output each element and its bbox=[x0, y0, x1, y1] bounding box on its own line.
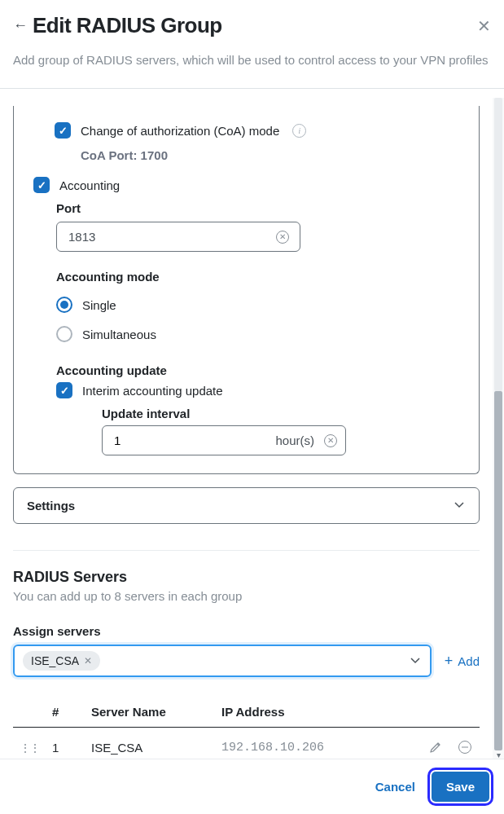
accounting-mode-group: Single Simultaneous bbox=[56, 290, 459, 349]
radius-servers-section: RADIUS Servers You can add up to 8 serve… bbox=[13, 569, 480, 759]
edit-icon[interactable] bbox=[427, 739, 444, 755]
accounting-mode-label: Accounting mode bbox=[56, 270, 459, 284]
section-divider bbox=[13, 550, 480, 551]
divider bbox=[0, 88, 504, 89]
port-input[interactable] bbox=[56, 222, 300, 252]
drag-handle-icon[interactable]: ⋮⋮ bbox=[20, 741, 39, 755]
scroll-area: Change of authorization (CoA) mode i CoA… bbox=[0, 98, 493, 759]
scrollbar-track: ▴ ▾ bbox=[493, 98, 504, 759]
close-icon[interactable]: ✕ bbox=[477, 16, 491, 36]
config-panel: Change of authorization (CoA) mode i CoA… bbox=[13, 106, 480, 474]
dialog-footer: Cancel Save bbox=[0, 759, 504, 814]
add-label: Add bbox=[458, 654, 480, 668]
save-button[interactable]: Save bbox=[432, 772, 489, 802]
col-name: Server Name bbox=[85, 697, 215, 728]
interval-label: Update interval bbox=[102, 407, 459, 420]
server-chip: ISE_CSA ✕ bbox=[23, 651, 100, 671]
settings-label: Settings bbox=[27, 499, 75, 513]
clear-port-icon[interactable]: ✕ bbox=[276, 231, 289, 244]
interim-checkbox[interactable] bbox=[56, 382, 72, 398]
row-name: ISE_CSA bbox=[85, 728, 215, 759]
plus-icon: + bbox=[445, 653, 454, 670]
remove-icon[interactable] bbox=[457, 739, 473, 755]
accounting-label: Accounting bbox=[59, 178, 120, 192]
row-num: 1 bbox=[46, 728, 85, 759]
chevron-down-icon bbox=[409, 653, 422, 669]
assign-servers-select[interactable]: ISE_CSA ✕ bbox=[13, 645, 432, 677]
servers-table: # Server Name IP Address ⋮⋮ 1 ISE_CSA 19… bbox=[13, 697, 480, 759]
row-ip: 192.168.10.206 bbox=[215, 728, 421, 759]
coa-checkbox-row: Change of authorization (CoA) mode i bbox=[55, 122, 459, 139]
accounting-checkbox[interactable] bbox=[33, 177, 50, 193]
chip-remove-icon[interactable]: ✕ bbox=[84, 655, 92, 667]
dialog-header: ← Edit RADIUS Group ✕ Add group of RADIU… bbox=[0, 0, 504, 77]
cancel-button[interactable]: Cancel bbox=[369, 772, 422, 802]
port-label: Port bbox=[56, 201, 459, 215]
radio-simultaneous-label: Simultaneous bbox=[82, 328, 156, 341]
radio-single-label: Single bbox=[82, 298, 116, 312]
dialog-title: Edit RADIUS Group bbox=[33, 13, 222, 38]
accounting-update-section: Accounting update Interim accounting upd… bbox=[56, 363, 459, 455]
info-icon[interactable]: i bbox=[292, 124, 306, 138]
accounting-checkbox-row: Accounting bbox=[33, 177, 459, 193]
interim-label: Interim accounting update bbox=[82, 384, 223, 398]
scrollbar-gap bbox=[494, 98, 502, 391]
settings-expander[interactable]: Settings bbox=[13, 487, 480, 524]
radio-single[interactable] bbox=[56, 297, 72, 313]
interval-input-wrap: hour(s) ✕ bbox=[102, 425, 346, 455]
scrollbar-thumb[interactable] bbox=[494, 391, 502, 750]
col-drag bbox=[13, 697, 46, 728]
accounting-update-label: Accounting update bbox=[56, 363, 459, 377]
clear-interval-icon[interactable]: ✕ bbox=[324, 434, 337, 447]
servers-title: RADIUS Servers bbox=[13, 569, 480, 586]
interval-input[interactable] bbox=[114, 429, 275, 451]
back-arrow-icon[interactable]: ← bbox=[13, 17, 28, 34]
col-num: # bbox=[46, 697, 85, 728]
col-ip: IP Address bbox=[215, 697, 421, 728]
chip-label: ISE_CSA bbox=[31, 654, 79, 667]
assign-label: Assign servers bbox=[13, 624, 480, 638]
table-row: ⋮⋮ 1 ISE_CSA 192.168.10.206 bbox=[13, 728, 480, 759]
chevron-down-icon bbox=[453, 498, 466, 513]
radio-single-row[interactable]: Single bbox=[56, 290, 459, 319]
coa-checkbox[interactable] bbox=[55, 122, 71, 139]
radio-simultaneous[interactable] bbox=[56, 326, 72, 342]
radio-simultaneous-row[interactable]: Simultaneous bbox=[56, 319, 459, 349]
add-server-button[interactable]: + Add bbox=[445, 653, 480, 670]
coa-port-label: CoA Port: 1700 bbox=[81, 148, 459, 162]
interval-unit: hour(s) bbox=[275, 433, 314, 447]
coa-label: Change of authorization (CoA) mode bbox=[81, 124, 279, 138]
dialog-subtitle: Add group of RADIUS servers, which will … bbox=[13, 51, 491, 70]
servers-subtitle: You can add up to 8 servers in each grou… bbox=[13, 589, 480, 603]
